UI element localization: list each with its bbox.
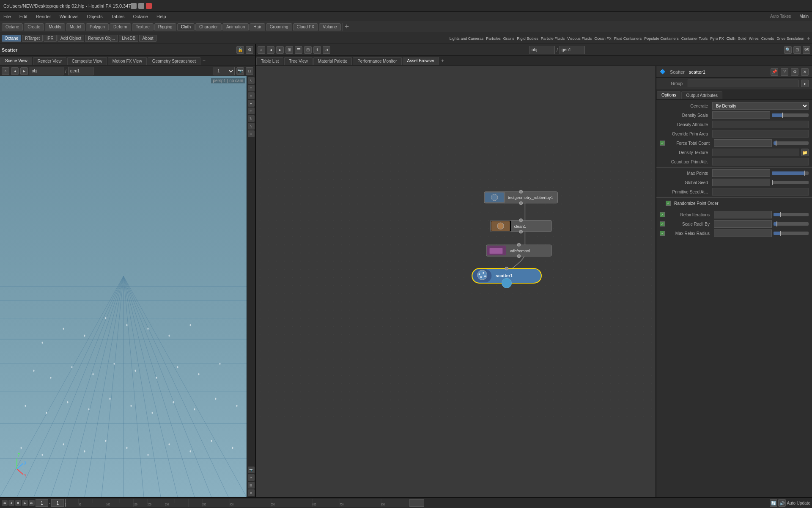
shelf-volume[interactable]: Volume — [319, 23, 340, 30]
menu-edit[interactable]: Edit — [18, 13, 29, 20]
tab-scene-view[interactable]: Scene View — [0, 57, 32, 65]
tab-output-attributes[interactable]: Output Attributes — [681, 91, 722, 99]
tb-drive-simulation[interactable]: Drive Simulation — [776, 36, 804, 41]
shelf-cloudfx[interactable]: Cloud FX — [293, 23, 318, 30]
tb-container-tools[interactable]: Container Tools — [681, 36, 708, 41]
ne-layout-icon[interactable]: ⊞ — [285, 46, 293, 54]
prop-close-icon[interactable]: ✕ — [801, 68, 809, 76]
generate-dropdown[interactable]: By Density — [712, 102, 809, 110]
tl-end-btn[interactable]: ⏭ — [29, 500, 35, 506]
max-points-slider[interactable] — [772, 171, 809, 175]
ne-home-icon[interactable]: ⌂ — [258, 46, 265, 54]
count-prim-input[interactable]: count — [712, 158, 809, 166]
tb-viscous-fluids[interactable]: Viscous Fluids — [567, 36, 592, 41]
prop-pin-icon[interactable]: 📌 — [771, 68, 778, 76]
max-relax-input[interactable]: 10 — [714, 229, 772, 237]
close-button[interactable] — [146, 3, 152, 9]
ne-tab-add[interactable]: + — [441, 58, 444, 64]
vp-snap-icon[interactable]: ⊞ — [248, 482, 255, 489]
shelf-grooming[interactable]: Grooming — [266, 23, 292, 30]
tb-ipr[interactable]: IPR — [44, 35, 57, 42]
scale-radii-enable[interactable]: ✓ — [660, 221, 665, 226]
vp-tool-rotate[interactable]: ↻ — [248, 115, 255, 122]
back-icon[interactable]: ◂ — [11, 67, 19, 75]
tb-grains[interactable]: Grains — [503, 36, 515, 41]
shelf-create[interactable]: Create — [24, 23, 44, 30]
ne-back-icon[interactable]: ◂ — [267, 46, 274, 54]
menu-objects[interactable]: Objects — [85, 13, 104, 20]
ne-minimap[interactable]: 🗺 — [803, 46, 810, 54]
prop-gear-icon[interactable]: ⚙ — [791, 68, 798, 76]
tb-pyro-fx[interactable]: Pyro FX — [710, 36, 724, 41]
ne-obj-path[interactable] — [529, 46, 555, 54]
tb-particles[interactable]: Particles — [486, 36, 501, 41]
maximize-button[interactable] — [138, 3, 144, 9]
shelf-cloth[interactable]: Cloth — [177, 23, 195, 30]
vp-tool-box[interactable]: □ — [248, 85, 255, 91]
home-icon[interactable]: ⌂ — [2, 67, 9, 75]
menu-file[interactable]: File — [2, 13, 13, 20]
shelf-hair[interactable]: Hair — [250, 23, 265, 30]
menu-windows[interactable]: Windows — [58, 13, 80, 20]
scale-radii-input[interactable]: 1 — [714, 220, 772, 228]
density-scale-slider[interactable] — [772, 113, 809, 117]
menu-tables[interactable]: Tables — [110, 13, 126, 20]
tl-start-btn[interactable]: ⏮ — [2, 500, 8, 506]
global-seed-slider[interactable] — [772, 181, 809, 184]
vp-tool-brush[interactable]: ● — [248, 100, 255, 107]
randomize-enable[interactable]: ✓ — [666, 201, 671, 206]
shelf-model[interactable]: Model — [66, 23, 85, 30]
menu-octane[interactable]: Octane — [132, 13, 150, 20]
tb-rtarget[interactable]: RTarget — [22, 35, 43, 42]
vp-tool-handle[interactable]: ⊕ — [248, 130, 255, 137]
menu-render[interactable]: Render — [34, 13, 53, 20]
tl-frame-input[interactable] — [36, 499, 48, 507]
tab-composite[interactable]: Composite View — [67, 57, 107, 65]
tb-about[interactable]: About — [139, 35, 156, 42]
tb-solid[interactable]: Solid — [738, 36, 746, 41]
tab-geo-spreadsheet[interactable]: Geometry Spreadsheet — [148, 57, 200, 65]
tl-end-frame[interactable]: 250 — [409, 499, 424, 507]
relax-iter-enable[interactable]: ✓ — [660, 212, 665, 217]
tb-octane[interactable]: Octane — [2, 35, 21, 42]
density-scale-input[interactable] — [712, 111, 770, 119]
shelf-modify[interactable]: Modify — [45, 23, 65, 30]
shelf-deform[interactable]: Deform — [110, 23, 131, 30]
shelf-octane[interactable]: Octane — [2, 23, 23, 30]
ne-zoom-in[interactable]: 🔍 — [784, 46, 792, 54]
shelf-texture[interactable]: Texture — [132, 23, 154, 30]
global-seed-input[interactable]: 0 — [712, 179, 770, 186]
density-attr-input[interactable]: density — [712, 121, 809, 128]
tb-wires[interactable]: Wires — [749, 36, 759, 41]
ne-filter-icon[interactable]: ⊿ — [323, 46, 330, 54]
ne-tab-table-list[interactable]: Table List — [256, 57, 283, 65]
ne-tab-tree-view[interactable]: Tree View — [284, 57, 312, 65]
scale-radii-slider[interactable] — [774, 222, 809, 226]
node-editor[interactable]: testgeometry_rubbertoy1 clean1 — [256, 66, 656, 497]
force-total-enable[interactable]: ✓ — [660, 141, 665, 146]
tl-prev-btn[interactable]: ⏴ — [8, 500, 14, 506]
shelf-character[interactable]: Character — [195, 23, 222, 30]
ne-geo-path[interactable] — [560, 46, 585, 54]
camera-icon[interactable]: 📷 — [236, 67, 244, 75]
tb-ocean-fx[interactable]: Ocean FX — [594, 36, 612, 41]
tab-options[interactable]: Options — [657, 91, 680, 99]
max-relax-enable[interactable]: ✓ — [660, 231, 665, 236]
tb-lights-cameras[interactable]: Lights and Cameras — [450, 36, 484, 41]
shelf-add[interactable]: + — [345, 22, 349, 31]
lock-icon[interactable]: 🔒 — [236, 46, 244, 54]
tb-add-object[interactable]: Add Object — [58, 35, 84, 42]
tb-livedb[interactable]: LiveDB — [119, 35, 138, 42]
path-input-obj[interactable] — [30, 67, 63, 75]
force-total-slider[interactable] — [774, 141, 809, 145]
ne-zoom-fit[interactable]: ⊡ — [793, 46, 801, 54]
display-icon[interactable]: □ — [246, 67, 253, 75]
force-total-input[interactable]: 80 — [714, 139, 772, 147]
vp-grid-icon[interactable]: # — [248, 489, 255, 496]
tl-frame-current-display[interactable] — [51, 499, 64, 507]
tb-cloth[interactable]: Cloth — [727, 36, 735, 41]
settings-icon[interactable]: ⚙ — [246, 46, 253, 54]
viewport[interactable]: X Y Z persp1 | no cam — [0, 76, 247, 497]
tb-fluid-containers[interactable]: Fluid Containers — [614, 36, 642, 41]
shelf-animation[interactable]: Animation — [222, 23, 249, 30]
